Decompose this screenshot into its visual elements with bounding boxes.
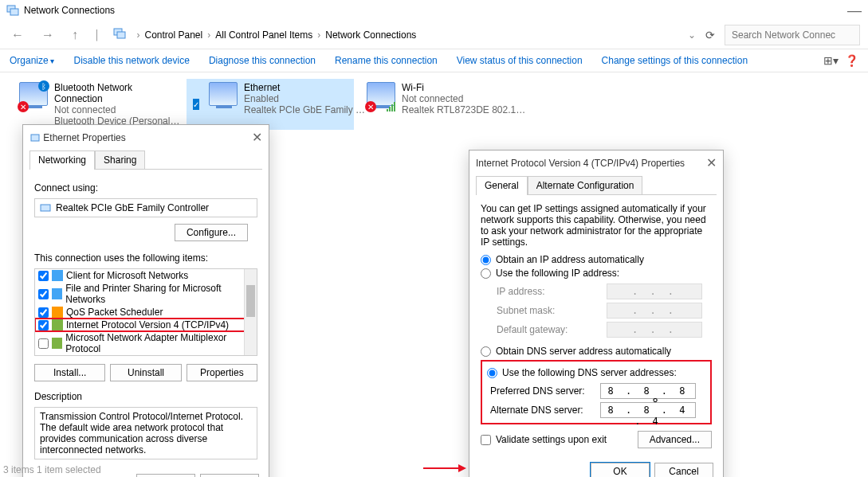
dialog-titlebar[interactable]: Ethernet Properties ✕ bbox=[23, 125, 269, 150]
cancel-button[interactable]: Cancel bbox=[200, 474, 259, 477]
close-button[interactable]: ✕ bbox=[252, 130, 262, 145]
intro-text: You can get IP settings assigned automat… bbox=[481, 203, 712, 248]
uninstall-button[interactable]: Uninstall bbox=[110, 364, 181, 381]
connection-wifi[interactable]: ✕ Wi-Fi Not connected Realtek RTL8723DE … bbox=[360, 79, 528, 130]
protocol-checkbox[interactable] bbox=[38, 320, 49, 330]
bluetooth-badge-icon: ᛒ bbox=[38, 80, 49, 92]
protocol-label: Client for Microsoft Networks bbox=[66, 270, 188, 281]
ok-button[interactable]: OK bbox=[136, 474, 195, 477]
sharing-icon bbox=[52, 288, 62, 299]
protocol-checkbox[interactable] bbox=[38, 338, 49, 349]
action-disable[interactable]: Disable this network device bbox=[73, 55, 189, 66]
connection-device: Realtek RTL8723DE 802.11b/g/... bbox=[402, 104, 529, 115]
connect-using-label: Connect using: bbox=[34, 182, 257, 194]
dialog-titlebar[interactable]: Internet Protocol Version 4 (TCP/IPv4) P… bbox=[469, 151, 723, 175]
svg-rect-8 bbox=[31, 135, 39, 141]
crumb-network-connections[interactable]: Network Connections bbox=[325, 29, 416, 41]
items-label: This connection uses the following items… bbox=[34, 252, 257, 264]
cancel-button[interactable]: Cancel bbox=[654, 463, 713, 477]
toolbar: Organize Disable this network device Dia… bbox=[0, 49, 868, 72]
ip-manual-radio[interactable] bbox=[481, 268, 491, 279]
back-button[interactable]: ← bbox=[8, 25, 27, 45]
tab-sharing[interactable]: Sharing bbox=[95, 151, 145, 170]
adapter-selector[interactable]: Realtek PCIe GbE Family Controller bbox=[34, 198, 257, 217]
tab-general[interactable]: General bbox=[476, 176, 528, 195]
action-diagnose[interactable]: Diagnose this connection bbox=[209, 55, 316, 66]
connection-status: Not connected bbox=[402, 93, 529, 104]
path-icon bbox=[113, 27, 126, 42]
pref-dns-input[interactable]: 8 . 8 . 8 . 8 bbox=[600, 383, 696, 399]
adapter-icon: ✕ ᛒ bbox=[19, 82, 48, 111]
ip-auto-radio[interactable] bbox=[481, 255, 491, 265]
chevron-right-icon: › bbox=[137, 29, 140, 41]
protocol-checkbox[interactable] bbox=[38, 307, 49, 318]
nav-separator: │ bbox=[94, 29, 100, 41]
alt-dns-label: Alternate DNS server: bbox=[490, 405, 594, 416]
svg-rect-7 bbox=[394, 102, 395, 111]
gateway-label: Default gateway: bbox=[497, 324, 600, 335]
nav-bar: ← → ↑ │ › Control Panel › All Control Pa… bbox=[0, 21, 868, 49]
connection-device: Realtek PCIe GbE Family Cont... bbox=[244, 104, 371, 115]
advanced-button[interactable]: Advanced... bbox=[638, 431, 712, 448]
crumb-control-panel[interactable]: Control Panel bbox=[145, 29, 203, 41]
scrollbar-thumb[interactable] bbox=[246, 285, 255, 317]
refresh-button[interactable]: ⟳ bbox=[705, 29, 715, 41]
ok-button[interactable]: OK bbox=[591, 463, 650, 477]
selected-check-icon: ✓ bbox=[193, 99, 199, 110]
action-change-settings[interactable]: Change settings of this connection bbox=[602, 55, 748, 66]
protocol-item: Microsoft Network Adapter Multiplexor Pr… bbox=[35, 331, 257, 355]
tab-networking[interactable]: Networking bbox=[29, 151, 95, 170]
address-dropdown[interactable]: ⌄ bbox=[688, 29, 696, 41]
svg-rect-3 bbox=[117, 32, 125, 38]
protocol-label: File and Printer Sharing for Microsoft N… bbox=[65, 283, 253, 305]
forward-button[interactable]: → bbox=[38, 25, 57, 45]
chevron-right-icon: › bbox=[317, 29, 320, 41]
status-bar: 3 items 1 item selected bbox=[3, 464, 101, 475]
ip-auto-radio-row: Obtain an IP address automatically bbox=[481, 254, 712, 265]
gateway-input: . . . bbox=[607, 322, 702, 338]
search-input[interactable] bbox=[725, 25, 860, 45]
alt-dns-input[interactable]: 8 . 8 . 4 . 4 bbox=[600, 402, 696, 418]
action-view-status[interactable]: View status of this connection bbox=[457, 55, 583, 66]
protocol-checkbox[interactable] bbox=[38, 289, 49, 299]
protocol-label: Internet Protocol Version 4 (TCP/IPv4) bbox=[66, 319, 229, 330]
disabled-badge-icon: ✕ bbox=[365, 101, 376, 112]
ethernet-properties-dialog: Ethernet Properties ✕ Networking Sharing… bbox=[22, 124, 269, 477]
dialog-title: Ethernet Properties bbox=[43, 132, 125, 143]
subnet-input: . . . bbox=[607, 303, 702, 319]
crumb-all-items[interactable]: All Control Panel Items bbox=[215, 29, 312, 41]
protocol-checkbox[interactable] bbox=[38, 271, 49, 281]
validate-checkbox-row: Validate settings upon exit bbox=[481, 434, 607, 445]
ip-manual-label: Use the following IP address: bbox=[496, 268, 619, 279]
connection-ethernet[interactable]: ✓ Ethernet Enabled Realtek PCIe GbE Fami… bbox=[187, 79, 354, 130]
connection-bluetooth[interactable]: ✕ ᛒ Bluetooth Network Connection Not con… bbox=[13, 79, 180, 130]
svg-rect-6 bbox=[391, 104, 393, 111]
properties-button[interactable]: Properties bbox=[187, 364, 257, 381]
up-button[interactable]: ↑ bbox=[69, 25, 81, 45]
minimize-button[interactable]: — bbox=[847, 2, 862, 19]
configure-button[interactable]: Configure... bbox=[175, 224, 248, 241]
tab-alternate[interactable]: Alternate Configuration bbox=[528, 176, 643, 195]
connection-name: Ethernet bbox=[244, 82, 371, 93]
tab-strip: General Alternate Configuration bbox=[476, 175, 717, 195]
validate-checkbox[interactable] bbox=[481, 435, 491, 445]
view-options-icon[interactable]: ⊞▾ bbox=[823, 54, 839, 67]
install-button[interactable]: Install... bbox=[34, 364, 105, 381]
dns-manual-radio[interactable] bbox=[487, 368, 497, 378]
help-icon[interactable]: ❓ bbox=[845, 54, 858, 67]
dns-highlight-annotation: Use the following DNS server addresses: … bbox=[481, 360, 712, 424]
action-rename[interactable]: Rename this connection bbox=[335, 55, 438, 66]
dns-auto-label: Obtain DNS server address automatically bbox=[496, 346, 671, 357]
dns-manual-label: Use the following DNS server addresses: bbox=[502, 367, 677, 378]
network-icon bbox=[6, 4, 19, 17]
close-button[interactable]: ✕ bbox=[706, 155, 717, 170]
ipv4-properties-dialog: Internet Protocol Version 4 (TCP/IPv4) P… bbox=[469, 150, 724, 477]
scrollbar[interactable] bbox=[244, 269, 257, 355]
dns-auto-radio[interactable] bbox=[481, 346, 491, 357]
tab-strip: Networking Sharing bbox=[29, 150, 262, 170]
dns-auto-radio-row: Obtain DNS server address automatically bbox=[481, 346, 712, 357]
organize-menu[interactable]: Organize bbox=[10, 55, 54, 66]
connection-name: Bluetooth Network Connection bbox=[54, 82, 182, 104]
svg-rect-9 bbox=[41, 205, 50, 211]
protocol-list[interactable]: Client for Microsoft Networks File and P… bbox=[34, 268, 257, 356]
